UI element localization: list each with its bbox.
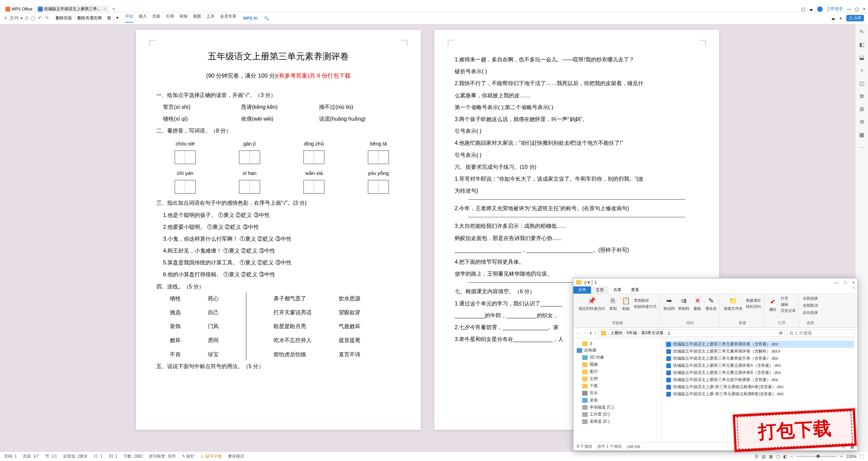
explorer-search-input[interactable] [787, 329, 855, 337]
rename-button[interactable]: ✎重命名 [706, 296, 717, 311]
tab-reference[interactable]: 引用 [166, 14, 174, 23]
tab-tools[interactable]: 工具 [206, 14, 215, 23]
tree-item[interactable]: 老硬盘 (E:) [577, 418, 658, 425]
edit-button[interactable]: 编辑 [781, 302, 788, 307]
tab-close-icon[interactable]: × [104, 7, 106, 12]
login-button[interactable]: 立即登录 [827, 6, 843, 12]
download-stamp[interactable]: 打包下载 [733, 408, 856, 452]
cloud-icon[interactable]: ☁ [809, 7, 813, 12]
file-item[interactable]: 统编版五年级语文上册第三单元素养测评卷（含解析）.docx [665, 348, 854, 355]
rtab-view[interactable]: 查看 [626, 286, 644, 294]
preview-icon[interactable]: ▢ [31, 15, 35, 21]
tab-wps-home[interactable]: WPS Office [3, 6, 35, 12]
new-item[interactable]: 新建项目 [746, 298, 761, 303]
open-button[interactable]: 打开 [781, 296, 788, 301]
zoom-slider[interactable] [796, 456, 837, 457]
explorer-titlebar[interactable]: ▯ ▾ │ 1 — □ × [573, 278, 857, 286]
redo-icon[interactable]: ↷ [45, 15, 49, 21]
tree-item[interactable]: 工作室 (D:) [577, 411, 658, 418]
page-layout-icon[interactable]: ▤ [107, 15, 111, 21]
dropdown-icon[interactable]: ▾ [116, 15, 118, 21]
sidebar-shape-icon[interactable]: ⟐ [859, 67, 865, 74]
menu-icon[interactable]: ≡ [4, 15, 7, 21]
file-item[interactable]: 统编版五年级语文上册第三单元素养提升卷（含答案）.doc [665, 355, 854, 362]
file-menu[interactable]: 文件 ▾ [9, 15, 23, 21]
status-proof[interactable]: ✎ 校对 [182, 454, 194, 459]
tab-active-document[interactable]: 统编版五年级语文上册第三单...× [35, 5, 109, 13]
user-avatar-icon[interactable] [817, 6, 823, 12]
view-mode-icon[interactable]: ☰ [755, 454, 758, 459]
view-mode-icon[interactable]: ▤ [762, 454, 766, 459]
select-none[interactable]: 全部取消 [803, 303, 818, 308]
move-to[interactable]: ➡移动到 [664, 296, 675, 311]
tree-item[interactable]: 此电脑 [577, 347, 658, 354]
search-icon[interactable]: 🔍 [264, 16, 269, 21]
delete-header-footer[interactable]: 删除页眉页脚 [77, 15, 102, 21]
wps-ai-button[interactable]: WPS AI [243, 16, 257, 21]
print-icon[interactable]: ⎙ [25, 15, 28, 21]
exp-maximize[interactable]: □ [844, 280, 847, 285]
window-icon[interactable]: ▢ [801, 7, 805, 12]
tree-item[interactable]: 桌面 [577, 397, 658, 404]
zoom-in[interactable]: + [840, 454, 843, 459]
refresh-icon[interactable]: ⟳ [779, 331, 783, 336]
sidebar-more-icon[interactable]: ··· [859, 144, 865, 151]
tree-item[interactable]: 下载 [577, 382, 658, 389]
tree-item[interactable]: 文档 [577, 375, 658, 382]
sidebar-nav-icon[interactable]: ◫ [859, 80, 865, 87]
window-maximize[interactable]: ▢ [855, 7, 859, 12]
status-compat[interactable]: 兼容模式 [228, 454, 244, 459]
fullscreen-icon[interactable]: ⛶ [860, 454, 864, 459]
status-pages[interactable]: 页面: 1/7 [23, 454, 39, 459]
rtab-file[interactable]: 文件 [573, 286, 591, 294]
rtab-home[interactable]: 主页 [591, 286, 609, 294]
tab-review[interactable]: 审阅 [179, 14, 188, 23]
zoom-out[interactable]: − [790, 454, 793, 459]
status-spell[interactable]: 拼写检查: 关闭 [149, 454, 176, 459]
status-section[interactable]: 节: 1/1 [45, 454, 57, 459]
nav-forward[interactable]: → [583, 331, 587, 336]
file-item[interactable]: 统编版五年级语文上册-第三单元易错点检测B卷(含答案）.doc [665, 390, 854, 398]
window-close[interactable]: × [863, 7, 865, 12]
view-mode-icon[interactable]: ▦ [769, 454, 773, 459]
status-setval[interactable]: 设置值: 2厘米 [63, 454, 88, 459]
file-item[interactable]: 统编版五年级语文上册第三单元要点测评卷B（含答案）.doc [665, 369, 854, 376]
history-button[interactable]: 历史记录 [781, 308, 796, 313]
status-page[interactable]: 页码: 1 [4, 454, 17, 459]
delete-page[interactable]: 删除页面 [56, 15, 72, 21]
sidebar-effect-icon[interactable]: ✿ [859, 93, 865, 100]
file-item[interactable]: 统编版五年级语文上册-第三单元易错点检测A卷(含答案）.doc [665, 383, 854, 390]
sidebar-table-icon[interactable]: ▦ [859, 132, 865, 138]
undo-icon[interactable]: ↶ [38, 15, 42, 21]
status-col[interactable]: 列: 1 [109, 454, 117, 459]
window-minimize[interactable]: — [847, 7, 851, 12]
sidebar-settings-icon[interactable]: ⚙ [859, 119, 865, 125]
invert-selection[interactable]: 反向选择 [803, 310, 818, 315]
tree-item[interactable]: 本地磁盘 (C:) [577, 404, 658, 411]
tree-item[interactable]: 3 [577, 341, 658, 347]
tab-view[interactable]: 视图 [193, 14, 201, 23]
pin-quick-access[interactable]: 📌固定到快速访问 [579, 296, 605, 311]
paste-shortcut[interactable]: 粘贴快捷方式 [634, 304, 656, 309]
exp-minimize[interactable]: — [834, 280, 839, 285]
copy-to[interactable]: ⇉复制到 [678, 296, 689, 311]
copy-path[interactable]: 复制路径 [634, 298, 649, 303]
breadcrumb[interactable]: ›上册的 ›5年级 ›第3单元试卷 ›1 ⟳ [598, 329, 785, 337]
paste-button[interactable]: 📋粘贴 [621, 296, 631, 311]
sidebar-grid-icon[interactable]: ⊞ [859, 106, 865, 113]
tab-start[interactable]: 开始 [125, 14, 133, 23]
easy-access[interactable]: 轻松访问 [746, 304, 761, 309]
status-row[interactable]: 行: 1 [94, 454, 102, 459]
zoom-value[interactable]: 100% [846, 454, 856, 459]
exp-close[interactable]: × [852, 280, 855, 285]
file-item[interactable]: 统编版五年级语文上册第三单元提升检测卷（含答案）.doc [665, 376, 854, 383]
view-mode-icon[interactable]: ◧ [783, 454, 787, 459]
nav-recent[interactable]: ▾ [590, 331, 592, 336]
delete-button[interactable]: ✕删除 [693, 296, 702, 311]
tree-item[interactable]: 3D 对象 [577, 354, 658, 361]
ribbon-collapse-icon[interactable]: ˅ [850, 286, 857, 294]
tree-item[interactable]: 音乐 [577, 389, 658, 397]
status-missing-font[interactable]: ⚠ 缺失字体 [200, 454, 221, 459]
file-item[interactable]: 统编版五年级语文上册第三单元素养测评卷（含答案）.doc [665, 341, 854, 348]
tree-item[interactable]: 视频 [577, 361, 658, 368]
